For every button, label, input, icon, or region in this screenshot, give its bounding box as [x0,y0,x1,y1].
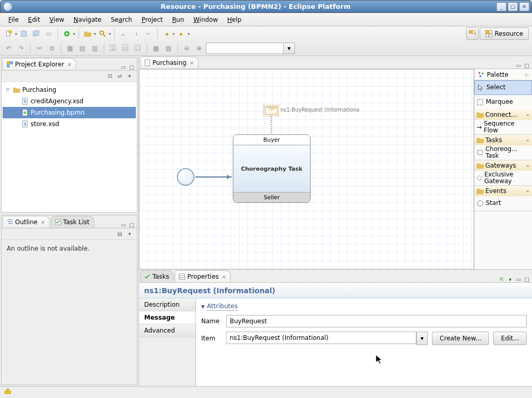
properties-cat-description[interactable]: Description [139,298,195,311]
run-button[interactable] [61,28,73,39]
close-icon[interactable]: ✕ [190,60,194,66]
maximize-view-icon[interactable]: □ [524,276,530,282]
menu-edit[interactable]: Edit [24,15,44,25]
menu-search[interactable]: Search [107,15,136,25]
outline-tab[interactable]: Outline ✕ [3,216,50,228]
minimize-view-icon[interactable]: ▭ [515,276,522,282]
palette-drawer-gateways[interactable]: Gateways⏶ [474,160,532,171]
item-input[interactable] [226,332,416,344]
tasks-icon [144,273,151,280]
maximize-view-icon[interactable]: □ [524,62,530,68]
choreo-top-band[interactable]: Buyer [233,135,310,145]
close-icon[interactable]: ✕ [40,219,45,225]
tree-project-root[interactable]: ▽ Purchasing [3,84,136,95]
print-button [43,28,54,39]
menu-run[interactable]: Run [168,15,188,25]
minimize-view-icon[interactable]: ▭ [120,64,127,70]
outline-tab-label: Outline [15,218,37,226]
tasklist-tab[interactable]: Task List [51,216,94,228]
open-perspective-button[interactable]: + [466,28,479,40]
layout-icon-4: ⿲ [107,43,119,54]
palette-select-tool[interactable]: Select [474,80,532,95]
resource-perspective-button[interactable]: Resource [480,28,529,40]
palette-drawer-connectors[interactable]: Connect...⏶ [474,109,532,120]
tree-file-row[interactable]: s store.xsd [3,118,136,130]
close-icon[interactable]: ✕ [222,274,226,280]
minimize-button[interactable]: _ [496,2,507,11]
bpmn-canvas[interactable]: ns1:BuyRequest (Informationa Buyer Chore… [139,69,474,269]
palette-exclusive-gateway[interactable]: Exclusive Gateway [474,171,532,185]
status-icon[interactable] [4,388,11,397]
toolbars: ▾ ▾ ▾ ▾ ⫠ ⫞ ⫟ ◂▾ ▸▾ + Resource ↶ ↷ ✂ ⧉ ▦… [0,26,532,56]
open-task-button[interactable] [82,28,93,39]
bpmn-choreography-task[interactable]: Buyer Choreography Task Seller [233,134,311,203]
project-explorer-tab[interactable]: Project Explorer ✕ [3,58,76,70]
zoom-input[interactable] [206,43,284,54]
properties-cat-message[interactable]: Message [139,311,195,324]
collapse-all-icon[interactable]: ⊟ [106,72,114,80]
close-icon[interactable]: ✕ [67,62,72,67]
properties-cat-advanced[interactable]: Advanced [139,324,195,337]
choreo-bottom-band[interactable]: Seller [233,192,310,202]
svg-point-33 [482,72,484,74]
properties-tab[interactable]: Properties ✕ [175,270,231,282]
project-explorer-view: Project Explorer ✕ ▭ □ ⊟ ⇄ ▾ ▽ Pur [1,57,137,213]
attributes-section[interactable]: ▼Attributes [201,303,527,311]
palette-drawer-tasks[interactable]: Tasks⏶ [474,135,532,145]
close-button[interactable]: ✕ [519,2,529,11]
tasklist-icon [54,218,62,226]
palette-collapse-icon[interactable]: ▷ [525,72,529,77]
menu-file[interactable]: File [4,15,23,25]
create-new-button[interactable]: Create New... [432,332,489,345]
name-input[interactable] [226,315,527,327]
palette-drawer-events[interactable]: Events⏶ [474,186,532,196]
message-envelope-icon[interactable] [265,106,277,115]
gateway-icon [477,174,482,182]
link-editor-icon[interactable]: ⇄ [116,72,124,80]
minimize-view-icon[interactable]: ▭ [515,62,522,68]
bpmn-sequence-flow[interactable] [195,176,232,177]
item-combo[interactable]: ▾ [226,332,428,345]
menu-view[interactable]: View [45,15,68,25]
menu-project[interactable]: Project [137,15,167,25]
folder-icon [477,136,484,144]
menu-help[interactable]: Help [223,15,245,25]
name-label: Name [201,318,222,325]
palette-marquee-tool[interactable]: Marquee [474,95,532,109]
minimize-view-icon[interactable]: ▭ [120,222,127,228]
editor-tab[interactable]: Purchasing ✕ [140,57,199,68]
tree-file-row[interactable]: s creditAgency.xsd [3,95,136,107]
menu-navigate[interactable]: Navigate [69,15,106,25]
view-menu-icon[interactable]: ▾ [125,72,134,80]
tree-file-row[interactable]: Purchasing.bpmn [3,107,136,118]
twistie-icon[interactable]: ▼ [201,304,205,309]
view-menu-icon[interactable]: ▾ [507,276,513,282]
zoom-dropdown-button[interactable]: ▾ [284,43,295,54]
maximize-view-icon[interactable]: □ [129,64,135,70]
palette-sequence-flow[interactable]: →Sequence Flow [474,120,532,134]
save-button [18,28,30,39]
item-dropdown-button[interactable]: ▾ [416,332,428,345]
back-button[interactable]: ◂ [161,28,172,39]
new-button[interactable] [3,28,15,39]
zoom-combo[interactable]: ▾ [206,43,295,54]
outline-mode-icon[interactable]: ▤ [116,230,124,238]
choreo-task-label: Choreography Task [233,145,310,192]
palette-header[interactable]: Palette ▷ [474,69,532,80]
view-menu-icon[interactable]: ▾ [125,230,134,238]
edit-button[interactable]: Edit... [493,332,527,345]
project-explorer-icon [6,61,13,68]
pin-view-icon[interactable]: ⇱ [499,276,505,282]
bpmn-start-event[interactable] [177,168,194,186]
palette-choreography-task[interactable]: Choreog... Task [474,145,532,160]
editor-tab-label: Purchasing [152,59,187,66]
menu-window[interactable]: Window [189,15,222,25]
properties-icon [178,273,186,280]
maximize-button[interactable]: ▢ [508,2,518,11]
expand-toggle-icon[interactable]: ▽ [5,87,11,92]
tasks-tab[interactable]: Tasks [140,270,174,282]
maximize-view-icon[interactable]: □ [129,222,135,228]
palette-start-event[interactable]: Start [474,196,532,211]
forward-button[interactable]: ▸ [176,28,187,39]
search-button[interactable] [97,28,108,39]
